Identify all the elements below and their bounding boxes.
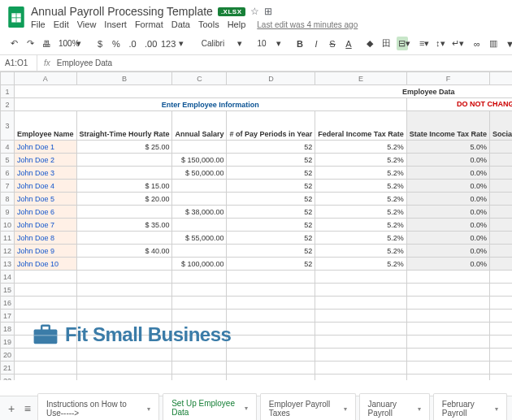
filter-icon[interactable]: ▼ [504, 37, 512, 50]
cell-salary[interactable] [172, 245, 227, 258]
empty-cell[interactable] [172, 297, 227, 310]
menu-insert[interactable]: Insert [104, 19, 127, 29]
cell-emp-name[interactable]: John Doe 7 [15, 219, 77, 232]
chart-icon[interactable]: ▥ [488, 37, 499, 50]
chevron-down-icon[interactable]: ▾ [273, 37, 284, 50]
empty-cell[interactable] [406, 271, 489, 284]
cell-salary[interactable]: $ 50,000.00 [172, 167, 227, 180]
cell-periods[interactable]: 52 [227, 206, 315, 219]
row-header[interactable]: 20 [1, 349, 15, 362]
row-header[interactable]: 3 [1, 111, 15, 141]
link-icon[interactable]: ∞ [471, 37, 483, 50]
format-123-button[interactable]: 123 [159, 37, 171, 50]
chevron-down-icon[interactable]: ▾ [73, 37, 85, 50]
cell-hourly[interactable] [76, 154, 172, 167]
cell-state[interactable]: 0.0% [406, 180, 489, 193]
cell-hourly[interactable]: $ 25.00 [76, 141, 172, 154]
select-all-corner[interactable] [1, 72, 15, 85]
cell-ss[interactable]: 6.2% [490, 141, 512, 154]
chevron-down-icon[interactable]: ▾ [234, 37, 245, 50]
col-header[interactable]: B [76, 72, 172, 85]
cell-state[interactable]: 0.0% [406, 206, 489, 219]
cell-state[interactable]: 0.0% [406, 245, 489, 258]
strike-button[interactable]: S [327, 37, 338, 50]
cell-salary[interactable]: $ 100,000.00 [172, 258, 227, 271]
cell-state[interactable]: 0.0% [406, 154, 489, 167]
row-header[interactable]: 10 [1, 219, 15, 232]
cell-fed[interactable]: 5.2% [315, 180, 406, 193]
chevron-down-icon[interactable]: ▾ [176, 37, 187, 50]
font-size-select[interactable]: 10 [255, 37, 268, 50]
cell-ss[interactable]: 6.2% [490, 245, 512, 258]
empty-cell[interactable] [315, 362, 406, 375]
cell-hourly[interactable] [76, 167, 172, 180]
cell-emp-name[interactable]: John Doe 8 [15, 232, 77, 245]
menu-view[interactable]: View [77, 19, 97, 29]
cell-hourly[interactable] [76, 232, 172, 245]
fill-color-icon[interactable]: ◆ [364, 37, 375, 50]
spreadsheet-grid[interactable]: A B C D E F G H I J K 1 Employee Data2 E… [0, 71, 512, 380]
empty-cell[interactable] [76, 362, 172, 375]
col-header[interactable]: D [227, 72, 315, 85]
doc-title[interactable]: Annual Payroll Processing Template [31, 5, 213, 18]
empty-cell[interactable] [15, 271, 77, 284]
row-header[interactable]: 21 [1, 362, 15, 375]
row-header[interactable]: 6 [1, 167, 15, 180]
empty-cell[interactable] [490, 375, 512, 381]
cell-salary[interactable] [172, 180, 227, 193]
sheet-tab[interactable]: January Payroll▾ [359, 393, 430, 420]
row-header[interactable]: 9 [1, 206, 15, 219]
wrap-icon[interactable]: ↵▾ [450, 37, 462, 50]
cell-salary[interactable]: $ 150,000.00 [172, 154, 227, 167]
do-not-change-header[interactable]: DO NOT CHANGE: PREDETERMINED BY [406, 98, 512, 111]
empty-cell[interactable] [406, 362, 489, 375]
empty-cell[interactable] [15, 284, 77, 297]
empty-cell[interactable] [172, 349, 227, 362]
empty-cell[interactable] [490, 284, 512, 297]
table-row[interactable]: 8 John Doe 5 $ 20.00 52 5.2% 0.0% 6.2% 1… [1, 193, 513, 206]
chevron-down-icon[interactable]: ▾ [344, 405, 347, 413]
col-header[interactable]: E [315, 72, 406, 85]
empty-cell[interactable] [172, 271, 227, 284]
chevron-down-icon[interactable]: ▾ [147, 405, 150, 413]
cell-ss[interactable]: 6.2% [490, 258, 512, 271]
cell-salary[interactable] [172, 141, 227, 154]
sheet-tab[interactable]: Employer Payroll Taxes▾ [260, 393, 356, 420]
halign-icon[interactable]: ≡▾ [418, 37, 429, 50]
cell-state[interactable]: 0.0% [406, 167, 489, 180]
decrease-decimal-button[interactable]: .0 [127, 37, 138, 50]
empty-cell[interactable] [227, 297, 315, 310]
cell-emp-name[interactable]: John Doe 1 [15, 141, 77, 154]
cell-hourly[interactable]: $ 35.00 [76, 219, 172, 232]
empty-cell[interactable] [227, 375, 315, 381]
row-header[interactable]: 18 [1, 323, 15, 336]
cell-periods[interactable]: 52 [227, 219, 315, 232]
employee-data-title[interactable]: Employee Data [15, 85, 512, 98]
table-row[interactable]: 20 [1, 349, 513, 362]
table-row[interactable]: 6 John Doe 3 $ 50,000.00 52 5.2% 0.0% 6.… [1, 167, 513, 180]
row-header[interactable]: 22 [1, 375, 15, 381]
empty-cell[interactable] [406, 297, 489, 310]
last-edit-link[interactable]: Last edit was 4 minutes ago [257, 20, 358, 29]
empty-cell[interactable] [406, 284, 489, 297]
currency-button[interactable]: $ [94, 37, 106, 50]
table-row[interactable]: 7 John Doe 4 $ 15.00 52 5.2% 0.0% 6.2% 1… [1, 180, 513, 193]
hdr-salary[interactable]: Annual Salary [172, 111, 227, 141]
row-header[interactable]: 7 [1, 180, 15, 193]
empty-cell[interactable] [15, 336, 77, 349]
row-header[interactable]: 14 [1, 271, 15, 284]
empty-cell[interactable] [15, 297, 77, 310]
cell-state[interactable]: 0.0% [406, 232, 489, 245]
row-header[interactable]: 12 [1, 245, 15, 258]
italic-button[interactable]: I [310, 37, 322, 50]
hdr-state[interactable]: State Income Tax Rate [406, 111, 489, 141]
empty-cell[interactable] [172, 336, 227, 349]
all-sheets-button[interactable]: ≡ [21, 402, 34, 415]
hdr-hourly[interactable]: Straight-Time Hourly Rate [76, 111, 172, 141]
empty-cell[interactable] [76, 375, 172, 381]
cell-salary[interactable] [172, 193, 227, 206]
valign-icon[interactable]: ↕▾ [434, 37, 445, 50]
name-box[interactable]: A1:O1 [0, 55, 37, 71]
cell-periods[interactable]: 52 [227, 258, 315, 271]
print-icon[interactable]: 🖶 [41, 37, 52, 50]
